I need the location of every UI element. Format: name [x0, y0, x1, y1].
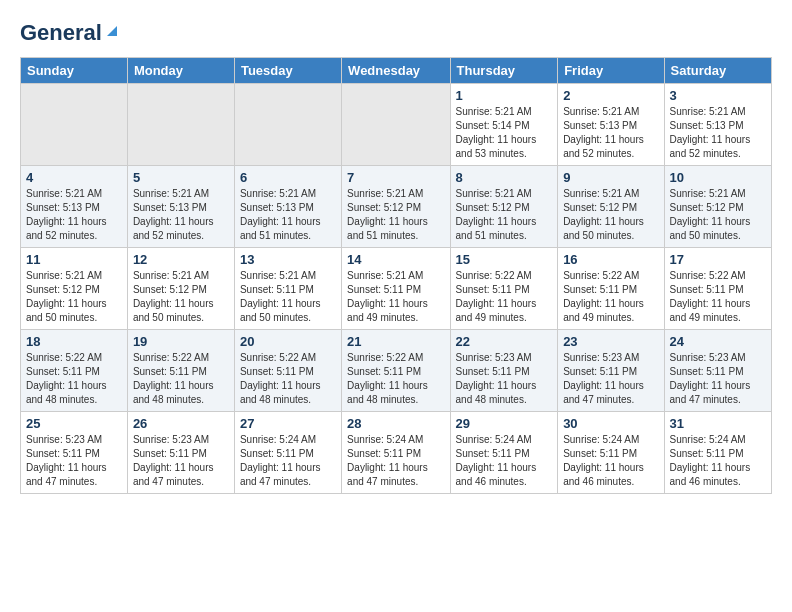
day-info: Sunrise: 5:21 AM Sunset: 5:13 PM Dayligh…	[240, 187, 336, 243]
day-info: Sunrise: 5:22 AM Sunset: 5:11 PM Dayligh…	[133, 351, 229, 407]
day-header-sunday: Sunday	[21, 58, 128, 84]
day-info: Sunrise: 5:21 AM Sunset: 5:12 PM Dayligh…	[670, 187, 766, 243]
calendar-cell: 26Sunrise: 5:23 AM Sunset: 5:11 PM Dayli…	[127, 412, 234, 494]
calendar-cell: 30Sunrise: 5:24 AM Sunset: 5:11 PM Dayli…	[558, 412, 664, 494]
calendar-cell: 5Sunrise: 5:21 AM Sunset: 5:13 PM Daylig…	[127, 166, 234, 248]
calendar-cell: 1Sunrise: 5:21 AM Sunset: 5:14 PM Daylig…	[450, 84, 558, 166]
calendar-cell: 3Sunrise: 5:21 AM Sunset: 5:13 PM Daylig…	[664, 84, 771, 166]
calendar-cell: 23Sunrise: 5:23 AM Sunset: 5:11 PM Dayli…	[558, 330, 664, 412]
day-header-saturday: Saturday	[664, 58, 771, 84]
calendar-cell: 14Sunrise: 5:21 AM Sunset: 5:11 PM Dayli…	[342, 248, 450, 330]
day-number: 15	[456, 252, 553, 267]
day-info: Sunrise: 5:22 AM Sunset: 5:11 PM Dayligh…	[347, 351, 444, 407]
day-info: Sunrise: 5:22 AM Sunset: 5:11 PM Dayligh…	[26, 351, 122, 407]
day-info: Sunrise: 5:21 AM Sunset: 5:12 PM Dayligh…	[456, 187, 553, 243]
calendar-week-row: 18Sunrise: 5:22 AM Sunset: 5:11 PM Dayli…	[21, 330, 772, 412]
calendar-cell: 18Sunrise: 5:22 AM Sunset: 5:11 PM Dayli…	[21, 330, 128, 412]
day-number: 10	[670, 170, 766, 185]
calendar-cell: 11Sunrise: 5:21 AM Sunset: 5:12 PM Dayli…	[21, 248, 128, 330]
logo: General	[20, 20, 121, 49]
calendar-week-row: 11Sunrise: 5:21 AM Sunset: 5:12 PM Dayli…	[21, 248, 772, 330]
calendar-cell: 20Sunrise: 5:22 AM Sunset: 5:11 PM Dayli…	[234, 330, 341, 412]
day-info: Sunrise: 5:21 AM Sunset: 5:11 PM Dayligh…	[240, 269, 336, 325]
calendar-cell	[21, 84, 128, 166]
calendar-cell: 22Sunrise: 5:23 AM Sunset: 5:11 PM Dayli…	[450, 330, 558, 412]
day-info: Sunrise: 5:23 AM Sunset: 5:11 PM Dayligh…	[133, 433, 229, 489]
day-info: Sunrise: 5:21 AM Sunset: 5:12 PM Dayligh…	[133, 269, 229, 325]
day-number: 31	[670, 416, 766, 431]
calendar-week-row: 4Sunrise: 5:21 AM Sunset: 5:13 PM Daylig…	[21, 166, 772, 248]
day-number: 9	[563, 170, 658, 185]
day-number: 3	[670, 88, 766, 103]
calendar-cell: 2Sunrise: 5:21 AM Sunset: 5:13 PM Daylig…	[558, 84, 664, 166]
day-number: 1	[456, 88, 553, 103]
calendar-cell: 19Sunrise: 5:22 AM Sunset: 5:11 PM Dayli…	[127, 330, 234, 412]
calendar-cell: 27Sunrise: 5:24 AM Sunset: 5:11 PM Dayli…	[234, 412, 341, 494]
calendar-header-row: SundayMondayTuesdayWednesdayThursdayFrid…	[21, 58, 772, 84]
svg-marker-0	[107, 26, 117, 36]
calendar-cell	[127, 84, 234, 166]
day-number: 7	[347, 170, 444, 185]
day-info: Sunrise: 5:22 AM Sunset: 5:11 PM Dayligh…	[670, 269, 766, 325]
calendar-cell: 24Sunrise: 5:23 AM Sunset: 5:11 PM Dayli…	[664, 330, 771, 412]
day-number: 8	[456, 170, 553, 185]
calendar-cell: 29Sunrise: 5:24 AM Sunset: 5:11 PM Dayli…	[450, 412, 558, 494]
calendar-cell: 12Sunrise: 5:21 AM Sunset: 5:12 PM Dayli…	[127, 248, 234, 330]
logo-general: General	[20, 20, 102, 46]
day-number: 4	[26, 170, 122, 185]
day-number: 26	[133, 416, 229, 431]
day-info: Sunrise: 5:22 AM Sunset: 5:11 PM Dayligh…	[240, 351, 336, 407]
day-number: 28	[347, 416, 444, 431]
day-number: 30	[563, 416, 658, 431]
day-number: 11	[26, 252, 122, 267]
day-number: 19	[133, 334, 229, 349]
calendar-cell	[342, 84, 450, 166]
calendar-cell: 31Sunrise: 5:24 AM Sunset: 5:11 PM Dayli…	[664, 412, 771, 494]
day-number: 16	[563, 252, 658, 267]
page-header: General	[20, 20, 772, 49]
day-info: Sunrise: 5:22 AM Sunset: 5:11 PM Dayligh…	[563, 269, 658, 325]
day-number: 13	[240, 252, 336, 267]
calendar-cell: 21Sunrise: 5:22 AM Sunset: 5:11 PM Dayli…	[342, 330, 450, 412]
day-info: Sunrise: 5:23 AM Sunset: 5:11 PM Dayligh…	[563, 351, 658, 407]
day-number: 24	[670, 334, 766, 349]
day-number: 22	[456, 334, 553, 349]
calendar-cell: 16Sunrise: 5:22 AM Sunset: 5:11 PM Dayli…	[558, 248, 664, 330]
day-number: 6	[240, 170, 336, 185]
day-info: Sunrise: 5:24 AM Sunset: 5:11 PM Dayligh…	[670, 433, 766, 489]
calendar-week-row: 1Sunrise: 5:21 AM Sunset: 5:14 PM Daylig…	[21, 84, 772, 166]
day-info: Sunrise: 5:21 AM Sunset: 5:12 PM Dayligh…	[347, 187, 444, 243]
day-info: Sunrise: 5:21 AM Sunset: 5:13 PM Dayligh…	[563, 105, 658, 161]
day-number: 25	[26, 416, 122, 431]
day-info: Sunrise: 5:21 AM Sunset: 5:13 PM Dayligh…	[133, 187, 229, 243]
calendar-cell: 28Sunrise: 5:24 AM Sunset: 5:11 PM Dayli…	[342, 412, 450, 494]
day-header-thursday: Thursday	[450, 58, 558, 84]
day-info: Sunrise: 5:23 AM Sunset: 5:11 PM Dayligh…	[26, 433, 122, 489]
calendar-cell: 6Sunrise: 5:21 AM Sunset: 5:13 PM Daylig…	[234, 166, 341, 248]
day-info: Sunrise: 5:21 AM Sunset: 5:12 PM Dayligh…	[563, 187, 658, 243]
day-info: Sunrise: 5:22 AM Sunset: 5:11 PM Dayligh…	[456, 269, 553, 325]
day-header-wednesday: Wednesday	[342, 58, 450, 84]
day-number: 17	[670, 252, 766, 267]
calendar-cell: 17Sunrise: 5:22 AM Sunset: 5:11 PM Dayli…	[664, 248, 771, 330]
calendar-cell: 9Sunrise: 5:21 AM Sunset: 5:12 PM Daylig…	[558, 166, 664, 248]
day-info: Sunrise: 5:21 AM Sunset: 5:13 PM Dayligh…	[670, 105, 766, 161]
calendar-cell: 8Sunrise: 5:21 AM Sunset: 5:12 PM Daylig…	[450, 166, 558, 248]
day-number: 2	[563, 88, 658, 103]
calendar-cell: 7Sunrise: 5:21 AM Sunset: 5:12 PM Daylig…	[342, 166, 450, 248]
day-info: Sunrise: 5:23 AM Sunset: 5:11 PM Dayligh…	[670, 351, 766, 407]
calendar-cell: 13Sunrise: 5:21 AM Sunset: 5:11 PM Dayli…	[234, 248, 341, 330]
day-number: 29	[456, 416, 553, 431]
calendar-cell	[234, 84, 341, 166]
day-info: Sunrise: 5:24 AM Sunset: 5:11 PM Dayligh…	[563, 433, 658, 489]
day-info: Sunrise: 5:21 AM Sunset: 5:12 PM Dayligh…	[26, 269, 122, 325]
calendar-week-row: 25Sunrise: 5:23 AM Sunset: 5:11 PM Dayli…	[21, 412, 772, 494]
day-number: 21	[347, 334, 444, 349]
calendar-cell: 15Sunrise: 5:22 AM Sunset: 5:11 PM Dayli…	[450, 248, 558, 330]
day-number: 27	[240, 416, 336, 431]
day-info: Sunrise: 5:23 AM Sunset: 5:11 PM Dayligh…	[456, 351, 553, 407]
logo-arrow-icon	[103, 22, 121, 40]
day-number: 18	[26, 334, 122, 349]
day-header-monday: Monday	[127, 58, 234, 84]
day-header-friday: Friday	[558, 58, 664, 84]
